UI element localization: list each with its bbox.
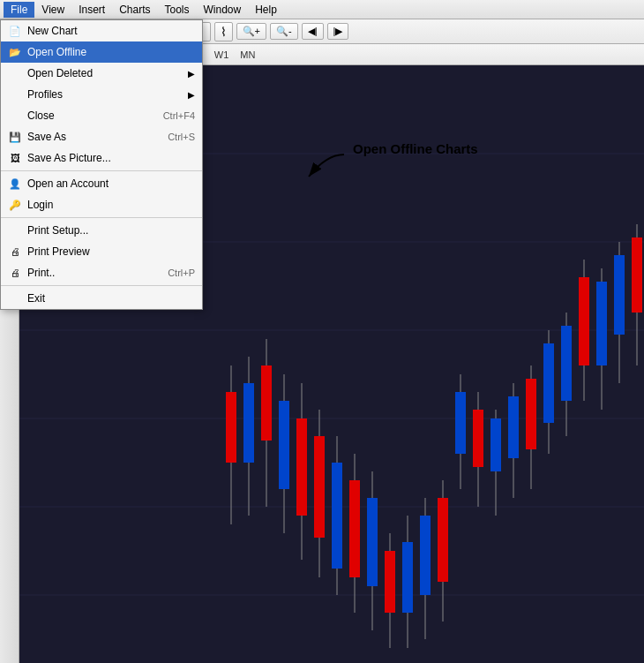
menu-save-as[interactable]: 💾 Save As Ctrl+S (1, 126, 202, 147)
file-dropdown-menu: 📄 New Chart 📂 Open Offline Open Deleted … (0, 19, 203, 310)
exit-icon (8, 291, 22, 305)
print-preview-label: Print Preview (27, 245, 90, 258)
svg-rect-40 (508, 396, 519, 458)
separator-3 (1, 285, 202, 286)
open-account-label: Open an Account (27, 177, 109, 190)
svg-rect-34 (455, 392, 466, 454)
svg-rect-18 (314, 436, 325, 538)
open-offline-icon: 📂 (8, 45, 22, 59)
menu-help[interactable]: Help (248, 2, 284, 18)
svg-rect-10 (243, 383, 254, 463)
svg-rect-28 (402, 542, 413, 613)
menu-open-deleted[interactable]: Open Deleted ▶ (1, 63, 202, 84)
menubar: File View Insert Charts Tools Window Hel… (0, 0, 644, 19)
exit-label: Exit (27, 292, 45, 305)
open-deleted-icon (8, 66, 22, 80)
menu-insert[interactable]: Insert (71, 2, 112, 18)
menu-exit[interactable]: Exit (1, 288, 202, 309)
svg-rect-26 (385, 551, 395, 613)
scroll-left-btn[interactable]: ◀| (302, 23, 324, 40)
login-label: Login (27, 199, 53, 211)
menu-charts[interactable]: Charts (112, 2, 157, 18)
profiles-icon (8, 87, 22, 102)
save-as-picture-icon: 🖼 (8, 151, 22, 165)
print-label: Print.. (27, 267, 55, 279)
open-account-icon: 👤 (8, 177, 22, 191)
print-setup-label: Print Setup... (27, 224, 88, 237)
svg-rect-30 (420, 516, 431, 595)
menu-save-as-picture[interactable]: 🖼 Save As Picture... (1, 147, 202, 169)
open-deleted-label: Open Deleted (27, 67, 93, 79)
menu-file[interactable]: File (4, 2, 34, 18)
separator-1 (1, 170, 202, 171)
close-icon (8, 109, 22, 123)
menu-view[interactable]: View (34, 2, 71, 18)
new-chart-label: New Chart (27, 25, 78, 37)
svg-rect-20 (332, 463, 342, 569)
tf-w1[interactable]: W1 (209, 47, 235, 63)
svg-rect-50 (596, 282, 607, 365)
tf-mn[interactable]: MN (235, 47, 260, 63)
new-chart-icon: 📄 (8, 24, 22, 38)
close-label: Close (27, 109, 55, 122)
menu-profiles[interactable]: Profiles ▶ (1, 84, 202, 105)
svg-rect-8 (226, 392, 236, 463)
svg-rect-22 (349, 480, 360, 577)
menu-close[interactable]: Close Ctrl+F4 (1, 105, 202, 126)
menu-tools[interactable]: Tools (158, 2, 197, 18)
svg-rect-48 (579, 277, 589, 365)
svg-rect-36 (473, 410, 483, 467)
menu-print[interactable]: 🖨 Print.. Ctrl+P (1, 262, 202, 283)
zoom-out-btn[interactable]: 🔍- (270, 23, 298, 40)
menu-print-setup[interactable]: Print Setup... (1, 220, 202, 241)
scroll-right-btn[interactable]: |▶ (327, 23, 349, 40)
svg-rect-14 (279, 401, 289, 489)
svg-rect-46 (561, 326, 572, 401)
print-icon: 🖨 (8, 266, 22, 280)
svg-rect-54 (632, 237, 642, 313)
svg-rect-44 (543, 343, 554, 423)
close-shortcut: Ctrl+F4 (163, 110, 195, 121)
menu-new-chart[interactable]: 📄 New Chart (1, 20, 202, 41)
save-as-icon: 💾 (8, 130, 22, 144)
svg-rect-52 (614, 255, 625, 335)
profiles-arrow: ▶ (188, 90, 195, 100)
chart-line-icon-btn[interactable]: ⌇ (214, 22, 233, 41)
print-shortcut: Ctrl+P (168, 267, 195, 278)
save-as-shortcut: Ctrl+S (168, 132, 195, 142)
svg-rect-12 (261, 365, 272, 441)
open-offline-label: Open Offline (27, 46, 86, 58)
svg-rect-38 (490, 418, 501, 471)
login-icon: 🔑 (8, 198, 22, 212)
zoom-in-btn[interactable]: 🔍+ (236, 23, 266, 40)
save-as-label: Save As (27, 131, 66, 143)
svg-rect-16 (296, 418, 307, 516)
profiles-label: Profiles (27, 88, 63, 101)
menu-open-offline[interactable]: 📂 Open Offline (1, 41, 202, 63)
svg-rect-42 (526, 379, 536, 449)
print-setup-icon (8, 223, 22, 237)
save-as-picture-label: Save As Picture... (27, 152, 111, 164)
open-deleted-arrow: ▶ (188, 69, 195, 79)
menu-login[interactable]: 🔑 Login (1, 194, 202, 215)
menu-print-preview[interactable]: 🖨 Print Preview (1, 241, 202, 262)
separator-2 (1, 217, 202, 218)
svg-rect-32 (438, 498, 448, 582)
print-preview-icon: 🖨 (8, 245, 22, 259)
svg-rect-24 (367, 498, 378, 586)
menu-window[interactable]: Window (197, 2, 249, 18)
menu-open-account[interactable]: 👤 Open an Account (1, 173, 202, 194)
